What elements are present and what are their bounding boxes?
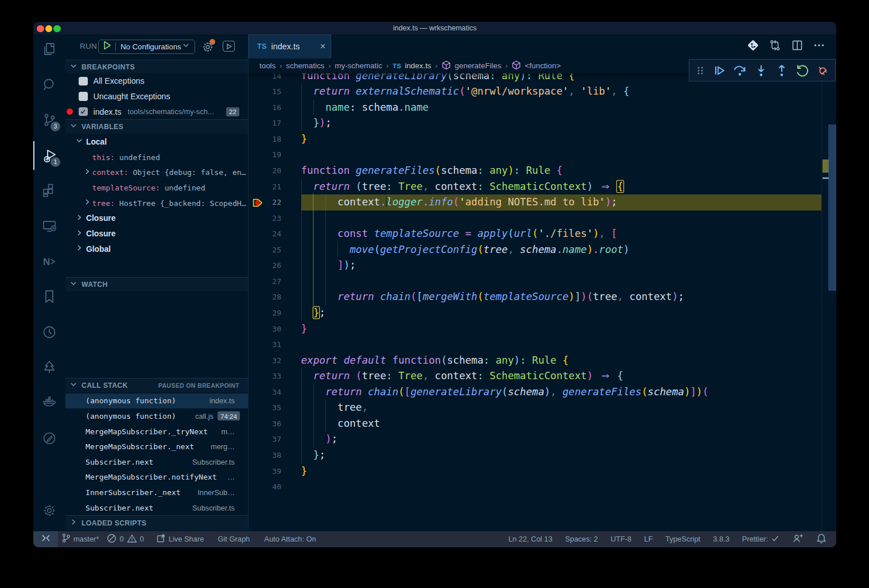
activity-bar-item-search[interactable] [33, 71, 65, 99]
callstack-frame-row[interactable]: InnerSubscriber._next InnerSub… [65, 485, 248, 500]
line-number[interactable]: 29 [249, 305, 281, 321]
variables-scope-row[interactable]: Global [65, 242, 248, 257]
code-line-27[interactable]: 27 [249, 274, 821, 290]
checkbox-unchecked[interactable] [79, 92, 88, 101]
code-line-17[interactable]: 17 }); [249, 115, 821, 131]
code-line-30[interactable]: 30} [249, 321, 821, 337]
status-eol[interactable]: LF [644, 535, 653, 543]
line-number[interactable]: 35 [249, 400, 281, 416]
status-git-graph[interactable]: Git Graph [218, 535, 250, 543]
activity-bar-item-docker[interactable] [33, 388, 65, 417]
activity-bar-item-extensions[interactable] [33, 176, 65, 205]
line-number[interactable]: 24 [249, 226, 281, 242]
code-line-16[interactable]: 16 name: schema.name [249, 100, 821, 116]
activity-bar-item-settings[interactable] [33, 496, 65, 525]
variables-section-header[interactable]: VARIABLES [65, 119, 248, 134]
line-number[interactable]: 19 [249, 147, 281, 163]
code-line-33[interactable]: 33 return (tree: Tree, context: Schemati… [249, 368, 821, 384]
step-out-icon[interactable] [775, 64, 789, 77]
breadcrumb-item[interactable]: TSindex.ts [393, 61, 431, 70]
activity-bar-item-nx-console[interactable]: N [33, 247, 65, 276]
line-number[interactable]: 21 [249, 179, 281, 195]
callstack-frame-row[interactable]: Subscriber.next Subscriber.ts [65, 500, 248, 516]
status-live-share[interactable]: Live Share [156, 534, 204, 545]
code-line-40[interactable]: 40 [249, 479, 821, 495]
compare-changes-icon[interactable] [769, 39, 781, 54]
restart-icon[interactable] [795, 64, 809, 77]
code-line-35[interactable]: 35 tree, [249, 400, 821, 416]
watch-section-header[interactable]: WATCH [65, 277, 248, 291]
status-prettier[interactable]: Prettier: [742, 534, 779, 544]
breakpoint-row[interactable]: All Exceptions [65, 73, 248, 89]
status-feedback[interactable] [792, 533, 804, 545]
line-number[interactable]: 38 [249, 447, 281, 464]
line-number[interactable]: 34 [249, 384, 281, 400]
debug-breakpoint-arrow-icon[interactable] [253, 198, 263, 210]
activity-bar-item-gitlens[interactable] [33, 424, 65, 453]
breadcrumb-item[interactable]: schematics [286, 61, 324, 70]
code-line-19[interactable]: 19 [249, 147, 821, 163]
code-line-38[interactable]: 38 }; [249, 447, 821, 464]
tab-index-ts[interactable]: TS index.ts × [249, 34, 331, 59]
status-notifications[interactable] [816, 533, 827, 546]
status-indentation[interactable]: Spaces: 2 [565, 535, 598, 543]
code-line-37[interactable]: 37 ); [249, 431, 821, 447]
line-number[interactable]: 18 [249, 131, 281, 147]
activity-bar-item-source-control[interactable]: 3 [33, 106, 65, 134]
breakpoint-dot[interactable] [67, 108, 73, 115]
code-line-22[interactable]: 22 context.logger.info('adding NOTES.md … [249, 194, 821, 211]
close-tab-icon[interactable]: × [320, 42, 325, 51]
breadcrumb-item[interactable]: tools [259, 61, 276, 70]
line-number[interactable]: 25 [249, 242, 281, 258]
breakpoints-section-header[interactable]: BREAKPOINTS [65, 60, 248, 73]
launch-configuration-dropdown[interactable]: No Configurations [98, 40, 195, 54]
status-auto-attach[interactable]: Auto Attach: On [264, 535, 316, 543]
callstack-frame-row[interactable]: (anonymous function) index.ts [65, 394, 248, 409]
code-line-36[interactable]: 36 context [249, 416, 821, 432]
code-editor[interactable]: 14function generateLibrary(schema: any):… [249, 73, 836, 531]
code-line-21[interactable]: 21 return (tree: Tree, context: Schemati… [249, 179, 821, 195]
status-branch[interactable]: master* [61, 533, 99, 545]
variable-row[interactable]: tree: HostTree {_backend: ScopedH… [65, 196, 248, 211]
breadcrumb-item[interactable]: <function> [511, 60, 561, 72]
debug-console-button[interactable] [223, 41, 235, 52]
activity-bar-item-bookmarks[interactable] [33, 282, 65, 311]
line-number[interactable]: 37 [249, 431, 281, 447]
line-number[interactable]: 20 [249, 163, 281, 179]
line-number[interactable]: 26 [249, 258, 281, 274]
status-encoding[interactable]: UTF-8 [611, 535, 632, 543]
code-line-18[interactable]: 18} [249, 131, 821, 147]
code-line-25[interactable]: 25 move(getProjectConfig(tree, schema.na… [249, 242, 821, 258]
line-number[interactable]: 16 [249, 100, 281, 116]
variables-scope-row[interactable]: Local [65, 134, 248, 150]
code-line-24[interactable]: 24 const templateSource = apply(url('./f… [249, 226, 821, 242]
line-number[interactable]: 14 [249, 73, 281, 84]
code-line-15[interactable]: 15 return externalSchematic('@nrwl/works… [249, 84, 821, 100]
callstack-frame-row[interactable]: MergeMapSubscriber._tryNext m… [65, 424, 248, 439]
status-ts-version[interactable]: 3.8.3 [713, 535, 730, 543]
step-into-icon[interactable] [754, 64, 768, 77]
code-line-28[interactable]: 28 return chain([mergeWith(templateSourc… [249, 289, 821, 305]
checkbox-unchecked[interactable] [79, 77, 88, 86]
activity-bar-item-todo-tree[interactable] [33, 353, 65, 381]
variable-row[interactable]: this: undefined [65, 150, 248, 165]
status-remote-indicator[interactable] [33, 531, 58, 548]
checkbox-checked[interactable] [79, 107, 88, 116]
split-editor-icon[interactable] [791, 39, 804, 54]
overview-ruler[interactable] [821, 73, 836, 531]
loadedscripts-section-header[interactable]: LOADED SCRIPTS [65, 515, 248, 531]
breakpoint-row[interactable]: index.tstools/schematics/my-sch...22 [65, 104, 248, 119]
line-number[interactable]: 15 [249, 84, 281, 100]
variable-row[interactable]: templateSource: undefined [65, 180, 248, 196]
code-line-26[interactable]: 26 ]); [249, 258, 821, 274]
line-number[interactable]: 32 [249, 353, 281, 369]
step-over-icon[interactable] [732, 64, 747, 77]
code-line-31[interactable]: 31 [249, 337, 821, 353]
code-line-34[interactable]: 34 return chain([generateLibrary(schema)… [249, 384, 821, 400]
start-debugging-icon[interactable] [103, 40, 112, 53]
line-number[interactable]: 28 [249, 289, 281, 305]
line-number[interactable]: 17 [249, 115, 281, 131]
activity-bar-item-history[interactable] [33, 318, 65, 346]
code-line-20[interactable]: 20function generateFiles(schema: any): R… [249, 163, 821, 179]
variables-scope-row[interactable]: Closure [65, 226, 248, 242]
